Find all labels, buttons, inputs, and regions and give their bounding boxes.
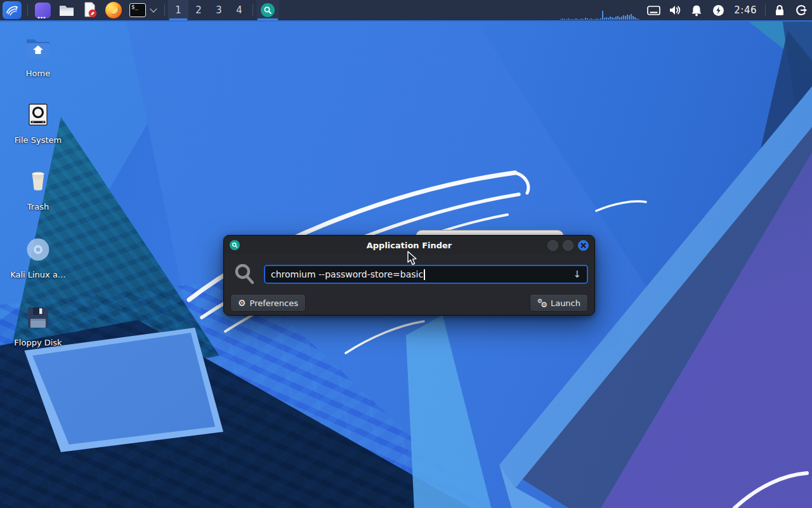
window-title: Application Finder [224, 241, 594, 250]
launcher-text-editor[interactable] [79, 0, 102, 20]
panel-separator [252, 4, 253, 16]
kali-logo-icon [3, 1, 22, 19]
text-caret [424, 269, 425, 280]
firefox-icon [105, 2, 122, 18]
desktop-icon-floppy[interactable]: Floppy Disk [8, 305, 69, 347]
search-icon [234, 263, 256, 286]
chevron-down-icon[interactable] [150, 5, 157, 12]
desktop-icon-label: Kali Linux a… [8, 270, 69, 279]
floppy-disk-icon [25, 305, 51, 330]
logout-button[interactable] [790, 0, 812, 20]
workspace-1[interactable]: 1 [168, 0, 188, 20]
purple-app-icon: … [35, 3, 51, 18]
preferences-button[interactable]: ⚙ Preferences [230, 294, 306, 312]
keyboard-icon [647, 5, 660, 16]
panel-separator [765, 4, 766, 16]
maximize-button[interactable] [563, 240, 573, 251]
lock-icon [774, 4, 785, 17]
launcher-purple-app[interactable]: … [31, 0, 55, 20]
launch-gears-icon: ⚙⚙ [537, 298, 547, 308]
workspace-2-label: 2 [195, 4, 202, 16]
gear-icon: ⚙ [238, 298, 246, 307]
active-underline [258, 18, 278, 20]
minimize-button[interactable] [547, 240, 558, 251]
desktop-icon-home[interactable]: Home [8, 36, 69, 78]
launcher-firefox[interactable] [102, 0, 126, 20]
volume-tray-item[interactable] [664, 0, 686, 20]
bell-icon [691, 4, 702, 17]
volume-icon [669, 4, 681, 16]
power-manager-tray-item[interactable] [707, 0, 729, 20]
close-button[interactable] [578, 240, 589, 251]
workspace-3-label: 3 [216, 4, 222, 16]
trash-icon [25, 169, 51, 194]
launch-button[interactable]: ⚙⚙ Launch [530, 294, 588, 312]
mouse-cursor [407, 251, 417, 265]
system-monitor-graph[interactable] [560, 0, 643, 20]
home-folder-icon [25, 36, 51, 61]
dropdown-arrow-icon[interactable]: ↓ [573, 269, 581, 280]
taskbar-appfinder-button[interactable] [256, 0, 279, 20]
text-editor-icon [82, 2, 98, 18]
search-input-value: chromium --password-store=basic [271, 269, 423, 279]
desktop-icon-label: Trash [8, 202, 69, 211]
hard-drive-icon [25, 102, 51, 128]
preferences-button-label: Preferences [250, 298, 298, 308]
clock[interactable]: 2:46 [729, 0, 762, 20]
desktop-icon-kali-cd[interactable]: Kali Linux a… [8, 237, 69, 279]
launch-button-label: Launch [551, 298, 580, 308]
workspace-4-label: 4 [236, 4, 242, 16]
workspace-2[interactable]: 2 [188, 0, 209, 20]
workspace-4[interactable]: 4 [229, 0, 249, 20]
logout-icon [795, 4, 808, 17]
desktop-icon-label: File System [8, 135, 69, 145]
application-finder-window: Application Finder chromium --password-s… [223, 235, 595, 316]
file-manager-icon [58, 3, 75, 18]
desktop-icon-label: Home [8, 69, 69, 78]
launcher-file-manager[interactable] [55, 0, 79, 20]
lock-screen-button[interactable] [769, 0, 790, 20]
launcher-terminal[interactable]: $_ [126, 0, 150, 20]
keyboard-tray-item[interactable] [643, 0, 664, 20]
close-icon [580, 243, 586, 248]
notifications-tray-item[interactable] [686, 0, 707, 20]
applications-menu-button[interactable] [0, 0, 24, 20]
active-underline [169, 18, 187, 20]
power-bolt-icon [712, 4, 724, 17]
cdrom-disc-icon [25, 237, 51, 262]
desktop-icon-trash[interactable]: Trash [8, 169, 69, 211]
panel-separator [27, 4, 28, 16]
application-finder-icon [261, 3, 275, 17]
desktop-icon-label: Floppy Disk [8, 338, 69, 347]
workspace-3[interactable]: 3 [209, 0, 229, 20]
desktop-icon-file-system[interactable]: File System [8, 102, 69, 145]
workspace-1-label: 1 [175, 4, 181, 16]
top-panel: … $_ 1 2 3 4 [0, 0, 812, 22]
terminal-icon: $_ [129, 3, 146, 17]
panel-spacer [279, 0, 560, 20]
search-input[interactable]: chromium --password-store=basic ↓ [264, 265, 588, 284]
panel-separator [164, 4, 165, 16]
